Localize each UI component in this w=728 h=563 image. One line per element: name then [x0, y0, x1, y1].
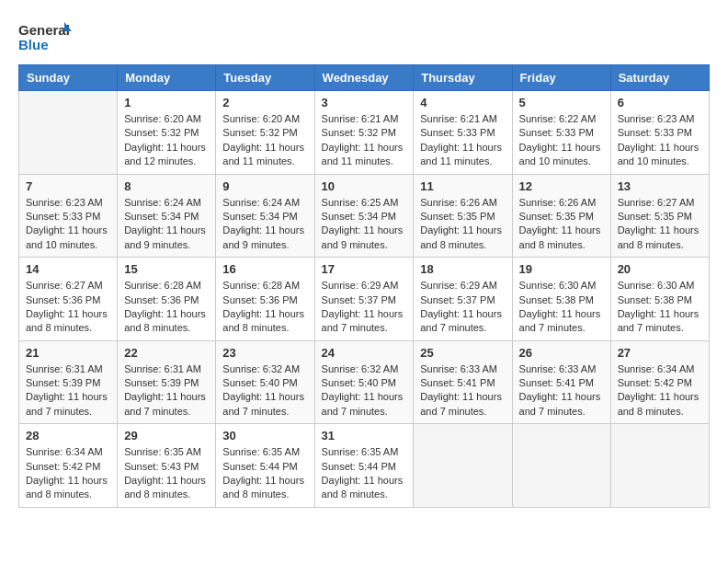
calendar-cell: 26Sunrise: 6:33 AMSunset: 5:41 PMDayligh…	[512, 340, 610, 424]
calendar-cell: 20Sunrise: 6:30 AMSunset: 5:38 PMDayligh…	[610, 258, 709, 341]
page-header: GeneralBlue	[18, 18, 710, 55]
calendar-week-3: 14Sunrise: 6:27 AMSunset: 5:36 PMDayligh…	[19, 258, 710, 341]
svg-text:Blue: Blue	[18, 37, 49, 52]
calendar-cell: 13Sunrise: 6:27 AMSunset: 5:35 PMDayligh…	[610, 174, 709, 258]
weekday-header-tuesday: Tuesday	[216, 65, 314, 91]
day-info: Sunrise: 6:27 AMSunset: 5:36 PMDaylight:…	[26, 279, 110, 336]
day-number: 15	[124, 262, 209, 276]
weekday-header-row: SundayMondayTuesdayWednesdayThursdayFrid…	[19, 65, 710, 91]
day-info: Sunrise: 6:28 AMSunset: 5:36 PMDaylight:…	[124, 279, 209, 336]
day-info: Sunrise: 6:31 AMSunset: 5:39 PMDaylight:…	[124, 362, 209, 419]
day-number: 20	[618, 262, 702, 276]
calendar-week-1: 1Sunrise: 6:20 AMSunset: 5:32 PMDaylight…	[19, 91, 710, 175]
day-number: 27	[618, 346, 702, 360]
day-info: Sunrise: 6:30 AMSunset: 5:38 PMDaylight:…	[618, 279, 702, 336]
calendar-cell: 19Sunrise: 6:30 AMSunset: 5:38 PMDayligh…	[512, 258, 610, 341]
day-info: Sunrise: 6:28 AMSunset: 5:36 PMDaylight:…	[222, 279, 307, 336]
calendar-cell: 25Sunrise: 6:33 AMSunset: 5:41 PMDayligh…	[414, 340, 512, 424]
day-info: Sunrise: 6:21 AMSunset: 5:32 PMDaylight:…	[322, 112, 407, 169]
weekday-header-thursday: Thursday	[414, 65, 512, 91]
calendar-cell: 16Sunrise: 6:28 AMSunset: 5:36 PMDayligh…	[216, 258, 314, 341]
day-number: 14	[26, 262, 110, 276]
calendar-cell: 15Sunrise: 6:28 AMSunset: 5:36 PMDayligh…	[118, 258, 216, 341]
day-info: Sunrise: 6:24 AMSunset: 5:34 PMDaylight:…	[222, 196, 307, 253]
calendar-cell: 3Sunrise: 6:21 AMSunset: 5:32 PMDaylight…	[314, 91, 414, 175]
calendar-cell: 23Sunrise: 6:32 AMSunset: 5:40 PMDayligh…	[216, 340, 314, 424]
calendar-week-2: 7Sunrise: 6:23 AMSunset: 5:33 PMDaylight…	[19, 174, 710, 258]
day-number: 26	[519, 346, 604, 360]
day-info: Sunrise: 6:35 AMSunset: 5:44 PMDaylight:…	[322, 445, 407, 502]
calendar-cell: 1Sunrise: 6:20 AMSunset: 5:32 PMDaylight…	[118, 91, 216, 175]
calendar-cell: 31Sunrise: 6:35 AMSunset: 5:44 PMDayligh…	[314, 424, 414, 508]
calendar-cell: 27Sunrise: 6:34 AMSunset: 5:42 PMDayligh…	[610, 340, 709, 424]
day-number: 19	[519, 262, 604, 276]
day-number: 4	[420, 96, 505, 109]
calendar-cell: 22Sunrise: 6:31 AMSunset: 5:39 PMDayligh…	[118, 340, 216, 424]
day-number: 5	[519, 96, 604, 109]
weekday-header-sunday: Sunday	[19, 65, 118, 91]
day-number: 3	[322, 96, 407, 109]
day-info: Sunrise: 6:24 AMSunset: 5:34 PMDaylight:…	[124, 196, 209, 253]
day-number: 11	[420, 179, 505, 193]
calendar-cell	[19, 91, 118, 175]
weekday-header-monday: Monday	[118, 65, 216, 91]
calendar-cell: 29Sunrise: 6:35 AMSunset: 5:43 PMDayligh…	[118, 424, 216, 508]
day-number: 17	[322, 262, 407, 276]
weekday-header-saturday: Saturday	[610, 65, 709, 91]
calendar-cell: 14Sunrise: 6:27 AMSunset: 5:36 PMDayligh…	[19, 258, 118, 341]
day-number: 31	[322, 429, 407, 442]
calendar-week-4: 21Sunrise: 6:31 AMSunset: 5:39 PMDayligh…	[19, 340, 710, 424]
day-info: Sunrise: 6:29 AMSunset: 5:37 PMDaylight:…	[322, 279, 407, 336]
day-info: Sunrise: 6:29 AMSunset: 5:37 PMDaylight:…	[420, 279, 505, 336]
day-number: 18	[420, 262, 505, 276]
day-number: 22	[124, 346, 209, 360]
day-number: 29	[124, 429, 209, 442]
calendar-cell: 24Sunrise: 6:32 AMSunset: 5:40 PMDayligh…	[314, 340, 414, 424]
calendar-table: SundayMondayTuesdayWednesdayThursdayFrid…	[18, 64, 710, 508]
day-info: Sunrise: 6:23 AMSunset: 5:33 PMDaylight:…	[26, 196, 110, 253]
day-number: 9	[222, 179, 307, 193]
day-info: Sunrise: 6:34 AMSunset: 5:42 PMDaylight:…	[618, 362, 702, 419]
calendar-cell: 9Sunrise: 6:24 AMSunset: 5:34 PMDaylight…	[216, 174, 314, 258]
day-number: 23	[222, 346, 307, 360]
day-number: 10	[322, 179, 407, 193]
calendar-cell: 6Sunrise: 6:23 AMSunset: 5:33 PMDaylight…	[610, 91, 709, 175]
day-number: 1	[124, 96, 209, 109]
day-info: Sunrise: 6:22 AMSunset: 5:33 PMDaylight:…	[519, 112, 604, 169]
weekday-header-wednesday: Wednesday	[314, 65, 414, 91]
calendar-cell: 17Sunrise: 6:29 AMSunset: 5:37 PMDayligh…	[314, 258, 414, 341]
calendar-cell	[414, 424, 512, 508]
calendar-cell: 10Sunrise: 6:25 AMSunset: 5:34 PMDayligh…	[314, 174, 414, 258]
day-info: Sunrise: 6:21 AMSunset: 5:33 PMDaylight:…	[420, 112, 505, 169]
day-info: Sunrise: 6:32 AMSunset: 5:40 PMDaylight:…	[322, 362, 407, 419]
logo: GeneralBlue	[18, 18, 74, 55]
day-info: Sunrise: 6:30 AMSunset: 5:38 PMDaylight:…	[519, 279, 604, 336]
day-number: 13	[618, 179, 702, 193]
day-info: Sunrise: 6:26 AMSunset: 5:35 PMDaylight:…	[519, 196, 604, 253]
day-info: Sunrise: 6:27 AMSunset: 5:35 PMDaylight:…	[618, 196, 702, 253]
day-number: 7	[26, 179, 110, 193]
day-info: Sunrise: 6:35 AMSunset: 5:44 PMDaylight:…	[222, 445, 307, 502]
day-info: Sunrise: 6:33 AMSunset: 5:41 PMDaylight:…	[519, 362, 604, 419]
calendar-cell: 11Sunrise: 6:26 AMSunset: 5:35 PMDayligh…	[414, 174, 512, 258]
day-number: 28	[26, 429, 110, 442]
calendar-cell: 28Sunrise: 6:34 AMSunset: 5:42 PMDayligh…	[19, 424, 118, 508]
day-info: Sunrise: 6:26 AMSunset: 5:35 PMDaylight:…	[420, 196, 505, 253]
day-info: Sunrise: 6:35 AMSunset: 5:43 PMDaylight:…	[124, 445, 209, 502]
day-number: 8	[124, 179, 209, 193]
calendar-cell	[610, 424, 709, 508]
day-info: Sunrise: 6:25 AMSunset: 5:34 PMDaylight:…	[322, 196, 407, 253]
calendar-cell: 18Sunrise: 6:29 AMSunset: 5:37 PMDayligh…	[414, 258, 512, 341]
day-number: 2	[222, 96, 307, 109]
calendar-week-5: 28Sunrise: 6:34 AMSunset: 5:42 PMDayligh…	[19, 424, 710, 508]
weekday-header-friday: Friday	[512, 65, 610, 91]
calendar-cell: 12Sunrise: 6:26 AMSunset: 5:35 PMDayligh…	[512, 174, 610, 258]
day-info: Sunrise: 6:33 AMSunset: 5:41 PMDaylight:…	[420, 362, 505, 419]
day-number: 21	[26, 346, 110, 360]
calendar-cell	[512, 424, 610, 508]
calendar-cell: 7Sunrise: 6:23 AMSunset: 5:33 PMDaylight…	[19, 174, 118, 258]
logo-svg: GeneralBlue	[18, 18, 74, 55]
day-number: 25	[420, 346, 505, 360]
day-info: Sunrise: 6:23 AMSunset: 5:33 PMDaylight:…	[618, 112, 702, 169]
day-info: Sunrise: 6:32 AMSunset: 5:40 PMDaylight:…	[222, 362, 307, 419]
